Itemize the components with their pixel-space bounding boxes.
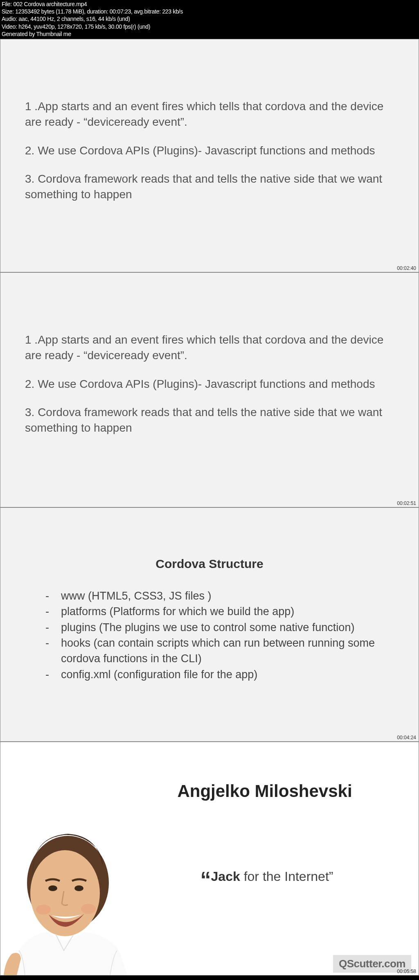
metadata-video: Video: h264, yuv420p, 1278x720, 175 kb/s…	[2, 23, 417, 30]
slide-text: 1 .App starts and an event fires which t…	[0, 39, 419, 232]
author-name: Angjelko Miloshevski	[123, 781, 406, 801]
slide-paragraph: 1 .App starts and an event fires which t…	[25, 99, 394, 130]
list-item: platforms (Platforms for which we build …	[41, 604, 394, 619]
svg-point-3	[74, 885, 83, 891]
metadata-file: File: 002 Cordova architecture.mp4	[2, 0, 417, 8]
list-item: www (HTML5, CSS3, JS files )	[41, 588, 394, 604]
slide-paragraph: 2. We use Cordova APIs (Plugins)- Javasc…	[25, 376, 394, 392]
metadata-generated: Generated by Thumbnail me	[2, 30, 417, 38]
thumbnail-frame-3: Cordova Structure www (HTML5, CSS3, JS f…	[0, 507, 419, 742]
frame-timestamp: 00:05:58	[397, 969, 416, 974]
svg-point-4	[36, 905, 51, 914]
structure-list: www (HTML5, CSS3, JS files ) platforms (…	[25, 588, 394, 682]
slide-paragraph: 3. Cordova framework reads that and tell…	[25, 171, 394, 202]
thumbnail-frame-1: 1 .App starts and an event fires which t…	[0, 39, 419, 272]
list-item: config.xml (configuration file for the a…	[41, 667, 394, 682]
frame-timestamp: 00:04:24	[397, 735, 416, 740]
thumbnail-frame-4: Angjelko Miloshevski “Jack for the Inter…	[0, 742, 419, 975]
slide-paragraph: 1 .App starts and an event fires which t…	[25, 332, 394, 363]
svg-point-2	[48, 885, 57, 891]
quote-open-icon: “	[200, 867, 211, 891]
thumbnail-frame-2: 1 .App starts and an event fires which t…	[0, 272, 419, 507]
quote-text: for the Internet”	[240, 869, 333, 884]
quote-nickname: Jack	[211, 869, 240, 884]
frame-timestamp: 00:02:51	[397, 500, 416, 506]
slide-paragraph: 2. We use Cordova APIs (Plugins)- Javasc…	[25, 143, 394, 158]
author-photo	[0, 811, 156, 975]
frame-timestamp: 00:02:40	[397, 265, 416, 271]
list-item: hooks (can contain scripts which can run…	[41, 635, 394, 667]
thumbnail-grid: 1 .App starts and an event fires which t…	[0, 39, 419, 975]
slide-paragraph: 3. Cordova framework reads that and tell…	[25, 405, 394, 436]
metadata-size: Size: 12353492 bytes (11.78 MiB), durati…	[2, 8, 417, 15]
list-item: plugins (The plugins we use to control s…	[41, 620, 394, 635]
metadata-audio: Audio: aac, 44100 Hz, 2 channels, s16, 4…	[2, 15, 417, 23]
svg-point-5	[81, 904, 96, 914]
slide-title: Cordova Structure	[25, 557, 394, 571]
slide-structure: Cordova Structure www (HTML5, CSS3, JS f…	[0, 508, 419, 699]
slide-text: 1 .App starts and an event fires which t…	[0, 273, 419, 465]
author-quote: “Jack for the Internet”	[140, 867, 394, 892]
video-metadata-bar: File: 002 Cordova architecture.mp4 Size:…	[0, 0, 419, 39]
